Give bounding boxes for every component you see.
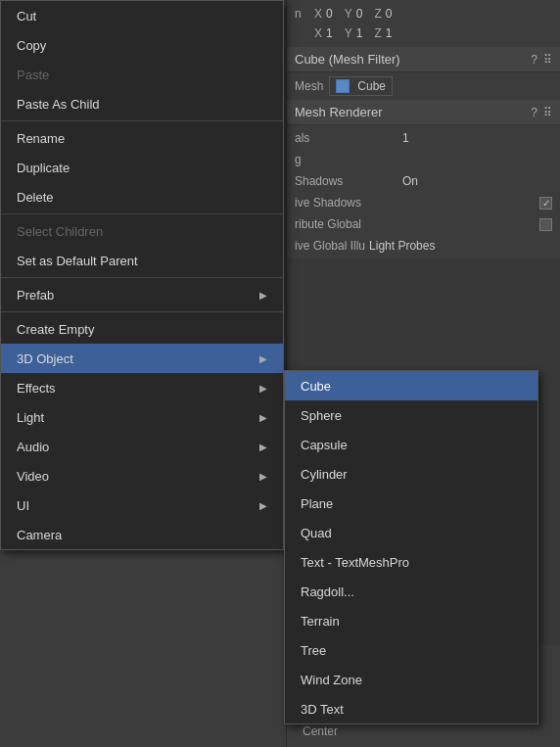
menu-item-select-children[interactable]: Select Children <box>1 216 283 246</box>
submenu-item-tree[interactable]: Tree <box>285 635 537 665</box>
menu-item-audio[interactable]: Audio ▶ <box>1 432 283 461</box>
wind-zone-submenu-label: Wind Zone <box>301 673 362 687</box>
audio-label: Audio <box>17 440 49 454</box>
shadows-on-value: On <box>402 174 418 188</box>
rx-label: X <box>314 26 322 40</box>
terrain-submenu-label: Terrain <box>301 614 340 629</box>
mesh-filter-title: Cube (Mesh Filter) <box>295 52 531 67</box>
menu-item-paste[interactable]: Paste <box>1 60 283 89</box>
x-val: 0 <box>326 7 333 21</box>
unity-background: n X 0 Y 0 Z 0 X 1 Y 1 Z 1 Cube (Mesh Fil… <box>0 0 560 747</box>
menu-item-delete[interactable]: Delete <box>1 182 283 211</box>
create-empty-label: Create Empty <box>17 322 94 337</box>
submenu-item-wind-zone[interactable]: Wind Zone <box>285 665 537 694</box>
menu-item-rename[interactable]: Rename <box>1 123 283 153</box>
mesh-dropdown[interactable]: Cube <box>329 76 393 96</box>
submenu-item-terrain[interactable]: Terrain <box>285 606 537 635</box>
submenu-3d-object: Cube Sphere Capsule Cylinder Plane Quad … <box>284 370 538 724</box>
3d-object-arrow: ▶ <box>259 353 267 364</box>
contribute-gi-checkbox[interactable] <box>539 218 552 231</box>
submenu-item-quad[interactable]: Quad <box>285 518 537 547</box>
menu-item-video[interactable]: Video ▶ <box>1 461 283 490</box>
x-axis-label: n <box>295 7 314 21</box>
g-row: g <box>287 149 560 170</box>
x-label: X <box>314 7 322 21</box>
separator-2 <box>1 213 283 214</box>
menu-item-3d-object[interactable]: 3D Object ▶ <box>1 344 283 373</box>
paste-as-child-label: Paste As Child <box>17 97 100 112</box>
options-icon[interactable]: ⠿ <box>543 53 552 67</box>
y-label: Y <box>345 7 352 21</box>
materials-row: als 1 <box>287 127 560 149</box>
menu-item-create-empty[interactable]: Create Empty <box>1 314 283 344</box>
mesh-filter-header: Cube (Mesh Filter) ? ⠿ <box>287 47 560 72</box>
help-icon[interactable]: ? <box>531 53 537 67</box>
y-val: 0 <box>356 7 363 21</box>
menu-item-light[interactable]: Light ▶ <box>1 402 283 432</box>
menu-item-camera[interactable]: Camera <box>1 520 283 549</box>
submenu-item-cube[interactable]: Cube <box>285 371 537 400</box>
cut-label: Cut <box>17 9 36 23</box>
cube-submenu-label: Cube <box>301 379 331 394</box>
receive-shadows-label: ive Shadows <box>295 196 539 210</box>
3d-text-submenu-label: 3D Text <box>301 702 344 717</box>
rename-label: Rename <box>17 131 65 146</box>
mesh-renderer-title: Mesh Renderer <box>295 105 531 119</box>
receive-shadows-checkbox[interactable]: ✓ <box>539 197 552 210</box>
mr-options-icon[interactable]: ⠿ <box>543 106 552 119</box>
quad-submenu-label: Quad <box>301 526 332 540</box>
copy-label: Copy <box>17 38 46 53</box>
g-label: g <box>295 153 302 166</box>
submenu-item-3d-text[interactable]: 3D Text <box>285 694 537 724</box>
video-arrow: ▶ <box>259 471 267 482</box>
shadows-label: Shadows <box>295 174 402 188</box>
plane-submenu-label: Plane <box>301 496 333 511</box>
context-menu: Cut Copy Paste Paste As Child Rename Dup… <box>0 0 284 550</box>
mesh-value: Cube <box>357 79 386 93</box>
video-label: Video <box>17 469 49 484</box>
contribute-gi-row: ribute Global <box>287 213 560 235</box>
prefab-label: Prefab <box>17 288 54 303</box>
audio-arrow: ▶ <box>259 442 267 452</box>
text-mesh-pro-submenu-label: Text - TextMeshPro <box>301 555 409 570</box>
materials-label: als <box>295 131 402 145</box>
materials-value: 1 <box>402 131 409 145</box>
cylinder-submenu-label: Cylinder <box>301 467 348 482</box>
shadows-row: Shadows On <box>287 170 560 192</box>
receive-gi-row: ive Global Illu Light Probes <box>287 235 560 257</box>
menu-item-ui[interactable]: UI ▶ <box>1 490 283 520</box>
ragdoll-submenu-label: Ragdoll... <box>301 584 354 599</box>
receive-shadows-row: ive Shadows ✓ <box>287 192 560 213</box>
separator-4 <box>1 311 283 312</box>
z-label: Z <box>374 7 381 21</box>
center-label: Center <box>303 724 338 738</box>
menu-item-set-default-parent[interactable]: Set as Default Parent <box>1 246 283 275</box>
menu-item-prefab[interactable]: Prefab ▶ <box>1 280 283 309</box>
submenu-item-cylinder[interactable]: Cylinder <box>285 459 537 489</box>
mr-help-icon[interactable]: ? <box>531 106 537 119</box>
submenu-item-text-mesh-pro[interactable]: Text - TextMeshPro <box>285 547 537 577</box>
delete-label: Delete <box>17 190 54 205</box>
duplicate-label: Duplicate <box>17 161 70 175</box>
set-default-parent-label: Set as Default Parent <box>17 254 138 268</box>
submenu-item-plane[interactable]: Plane <box>285 489 537 518</box>
submenu-item-sphere[interactable]: Sphere <box>285 400 537 430</box>
submenu-item-capsule[interactable]: Capsule <box>285 430 537 459</box>
mesh-renderer-header: Mesh Renderer ? ⠿ <box>287 100 560 125</box>
menu-item-cut[interactable]: Cut <box>1 1 283 30</box>
camera-label: Camera <box>17 528 62 542</box>
select-children-label: Select Children <box>17 224 103 239</box>
menu-item-copy[interactable]: Copy <box>1 30 283 60</box>
ui-arrow: ▶ <box>259 500 267 511</box>
rz-val: 1 <box>386 26 393 40</box>
rx-val: 1 <box>326 26 333 40</box>
3d-object-label: 3D Object <box>17 351 73 366</box>
prefab-arrow: ▶ <box>259 290 267 301</box>
submenu-item-ragdoll[interactable]: Ragdoll... <box>285 577 537 606</box>
menu-item-effects[interactable]: Effects ▶ <box>1 373 283 402</box>
menu-item-paste-as-child[interactable]: Paste As Child <box>1 89 283 118</box>
light-arrow: ▶ <box>259 412 267 423</box>
menu-item-duplicate[interactable]: Duplicate <box>1 153 283 182</box>
separator-3 <box>1 277 283 278</box>
separator-1 <box>1 120 283 121</box>
